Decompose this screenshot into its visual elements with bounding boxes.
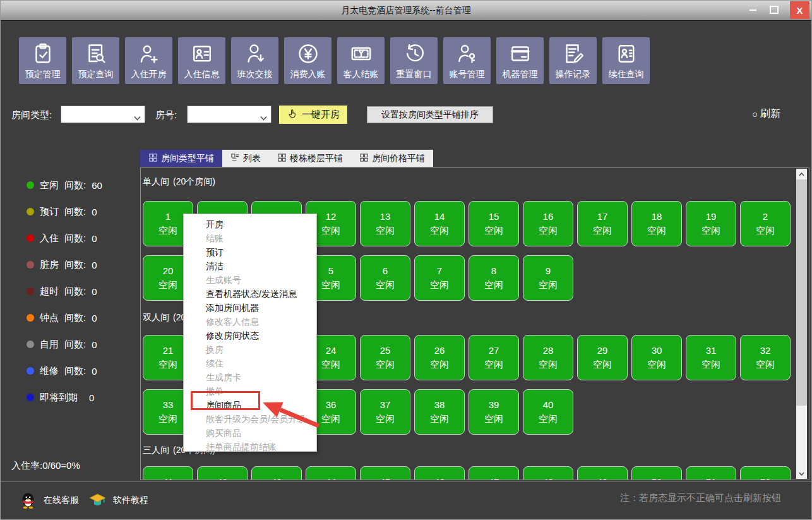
minimize-button[interactable]: [743, 1, 762, 19]
room-tile-43[interactable]: 43 空闲: [251, 466, 302, 480]
maximize-button[interactable]: [765, 1, 784, 19]
room-tile-2[interactable]: 2 空闲: [740, 201, 791, 246]
room-tile-15[interactable]: 15 空闲: [469, 201, 519, 246]
scroll-up-arrow[interactable]: [796, 169, 807, 179]
toolbar-button-reservation-manage[interactable]: 预定管理: [19, 37, 66, 84]
room-tile-47[interactable]: 47 空闲: [469, 466, 519, 480]
room-tile-45[interactable]: 45 空闲: [360, 466, 410, 480]
status-dot-reserved: [27, 208, 34, 215]
toolbar-button-checkin-open-room[interactable]: 入住开房: [125, 37, 172, 84]
tab-room-type-flat[interactable]: 房间类型平铺: [140, 150, 222, 167]
room-tile-17[interactable]: 17 空闲: [577, 201, 628, 246]
room-status: 空闲: [539, 413, 558, 425]
scrollbar-thumb[interactable]: [796, 179, 807, 406]
room-tile-6[interactable]: 6 空闲: [360, 255, 410, 301]
tab-building-floor-flat[interactable]: 楼栋楼层平铺: [269, 150, 351, 167]
toolbar-button-operation-log[interactable]: 操作记录: [549, 37, 597, 84]
status-dot-maintenance: [27, 367, 34, 375]
room-tile-18[interactable]: 18 空闲: [631, 201, 682, 246]
room-tile-31[interactable]: 31 空闲: [686, 335, 736, 380]
refresh-button[interactable]: ○ 刷新: [752, 107, 780, 121]
room-tile-40[interactable]: 40 空闲: [523, 389, 573, 435]
room-tile-26[interactable]: 26 空闲: [414, 335, 465, 380]
room-tile-8[interactable]: 8 空闲: [469, 255, 519, 301]
legend-label: 钟点: [40, 312, 59, 324]
room-status: 空闲: [484, 225, 503, 237]
room-tile-41[interactable]: 41 空闲: [143, 466, 193, 480]
status-dot-dirty: [27, 261, 34, 269]
section-name: 单人间: [143, 176, 169, 188]
toolbar-button-machine-manage[interactable]: 机器管理: [496, 37, 544, 84]
menu-item-add-room-machine[interactable]: 添加房间机器: [184, 301, 316, 315]
software-tutorial-label: 软件教程: [113, 495, 148, 506]
close-button[interactable]: X: [790, 1, 809, 19]
room-tile-38[interactable]: 38 空闲: [414, 389, 465, 435]
menu-item-open-room[interactable]: 开房: [184, 217, 316, 231]
room-tile-52[interactable]: 52 空闲: [740, 466, 791, 480]
legend-metric: 间数:: [64, 179, 86, 191]
room-tile-30[interactable]: 30 空闲: [631, 335, 682, 380]
menu-item-reserve[interactable]: 预订: [184, 245, 316, 259]
menu-item-clean[interactable]: 清洁: [184, 259, 316, 273]
menu-item-generate-room-card: 生成房卡: [184, 370, 316, 384]
toolbar-button-reservation-query[interactable]: 预定查询: [72, 37, 119, 84]
toolbar-button-reset-window[interactable]: 重置窗口: [390, 37, 438, 84]
room-tile-51[interactable]: 51 空闲: [686, 466, 736, 480]
room-tile-14[interactable]: 14 空闲: [414, 201, 465, 246]
room-tile-19[interactable]: 19 空闲: [686, 201, 736, 246]
room-no-select[interactable]: [187, 106, 272, 123]
tile-grid: 41 空闲 42 空闲 43 空闲 44 空闲 45 空闲 46 空闲 47 空…: [143, 466, 796, 480]
room-tile-50[interactable]: 50 空闲: [631, 466, 682, 480]
room-number: 28: [543, 345, 554, 356]
legend-label: 入住: [40, 233, 59, 245]
toolbar-button-consumption-entry[interactable]: 消费入账: [284, 37, 331, 84]
room-tile-28[interactable]: 28 空闲: [523, 335, 573, 380]
room-number: 5: [328, 265, 333, 276]
software-tutorial-link[interactable]: 软件教程: [89, 491, 148, 510]
room-tile-9[interactable]: 9 空闲: [523, 255, 573, 301]
one-key-open-button[interactable]: 一键开房: [279, 106, 347, 124]
room-tile-25[interactable]: 25 空闲: [360, 335, 410, 380]
room-tile-7[interactable]: 7 空闲: [414, 255, 465, 301]
toolbar-button-guest-checkout[interactable]: 客人结账: [337, 37, 385, 84]
legend-item-maintenance: 维修 间数: 0: [27, 358, 102, 384]
menu-item-cancel-order: 撤单: [184, 384, 316, 398]
room-tile-37[interactable]: 37 空闲: [360, 389, 410, 435]
room-number: 25: [380, 345, 391, 356]
room-number: 16: [543, 211, 554, 222]
toolbar-button-account-manage[interactable]: 账号管理: [443, 37, 491, 84]
room-tile-27[interactable]: 27 空闲: [469, 335, 519, 380]
menu-item-room-goods[interactable]: 房间商品: [184, 398, 316, 412]
room-tile-32[interactable]: 32 空闲: [740, 335, 791, 380]
room-status: 空闲: [158, 225, 177, 237]
room-tile-39[interactable]: 39 空闲: [469, 389, 519, 435]
room-number: 20: [163, 265, 174, 276]
room-type-select[interactable]: [61, 106, 145, 123]
vertical-scrollbar[interactable]: [796, 169, 807, 479]
sort-settings-button[interactable]: 设置按房间类型平铺排序: [367, 106, 493, 123]
toolbar-button-shift-handover[interactable]: 班次交接: [231, 37, 278, 84]
room-tile-48[interactable]: 48 空闲: [523, 466, 573, 480]
maximize-icon: [770, 6, 779, 14]
room-tile-16[interactable]: 16 空闲: [523, 201, 573, 246]
room-tile-29[interactable]: 29 空闲: [577, 335, 628, 380]
room-tile-44[interactable]: 44 空闲: [306, 466, 356, 480]
tab-room-price-flat[interactable]: 房间价格平铺: [351, 150, 433, 167]
room-tile-42[interactable]: 42 空闲: [197, 466, 248, 480]
menu-item-extend-stay: 续住: [184, 356, 316, 370]
tab-list[interactable]: 列表: [222, 150, 269, 167]
room-tile-13[interactable]: 13 空闲: [360, 201, 410, 246]
legend-item-reserved: 预订 间数: 0: [27, 198, 102, 225]
scroll-down-arrow[interactable]: [796, 468, 807, 479]
person-arrow-down-icon: [244, 42, 266, 65]
room-status: 空闲: [756, 225, 775, 237]
toolbar-button-checkin-info[interactable]: 入住信息: [178, 37, 225, 84]
menu-item-edit-room-status[interactable]: 修改房间状态: [184, 329, 316, 342]
legend-item-occupied: 入住 间数: 0: [27, 225, 102, 251]
toolbar-button-stay-extension-query[interactable]: 续住查询: [602, 37, 650, 84]
menu-item-view-machine-status[interactable]: 查看机器状态/发送消息: [184, 287, 316, 301]
room-number: 44: [326, 476, 337, 481]
room-tile-46[interactable]: 46 空闲: [414, 466, 465, 480]
room-tile-49[interactable]: 49 空闲: [577, 466, 628, 480]
online-service-link[interactable]: 在线客服: [20, 491, 79, 510]
